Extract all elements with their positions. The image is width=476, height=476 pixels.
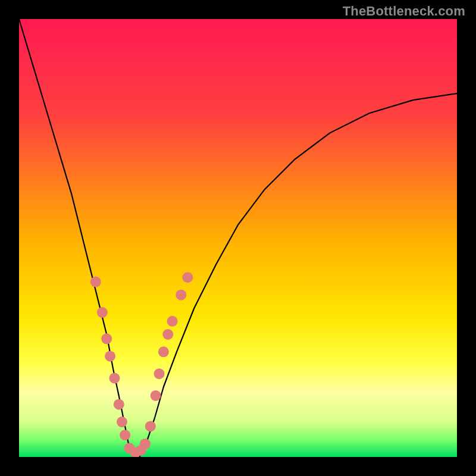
highlight-dot (97, 307, 108, 318)
outer-frame: TheBottleneck.com (0, 0, 476, 476)
highlight-dot (105, 351, 115, 362)
highlight-dot (162, 329, 173, 340)
chart-svg (19, 19, 457, 457)
highlight-dot (114, 399, 124, 410)
highlight-dot (151, 390, 161, 401)
highlight-dot (140, 439, 151, 449)
highlight-dot (158, 346, 169, 357)
gradient-background (19, 19, 457, 457)
highlight-dot (90, 277, 101, 287)
plot-area (19, 19, 457, 457)
highlight-dot (101, 333, 112, 344)
highlight-dot (120, 430, 130, 440)
highlight-dot (167, 316, 178, 327)
highlight-dot (145, 421, 156, 431)
highlight-dot (109, 373, 120, 384)
highlight-dot (154, 368, 165, 379)
watermark-text: TheBottleneck.com (343, 4, 465, 19)
highlight-dot (176, 290, 186, 300)
highlight-dot (182, 272, 193, 283)
highlight-dot (117, 416, 127, 427)
